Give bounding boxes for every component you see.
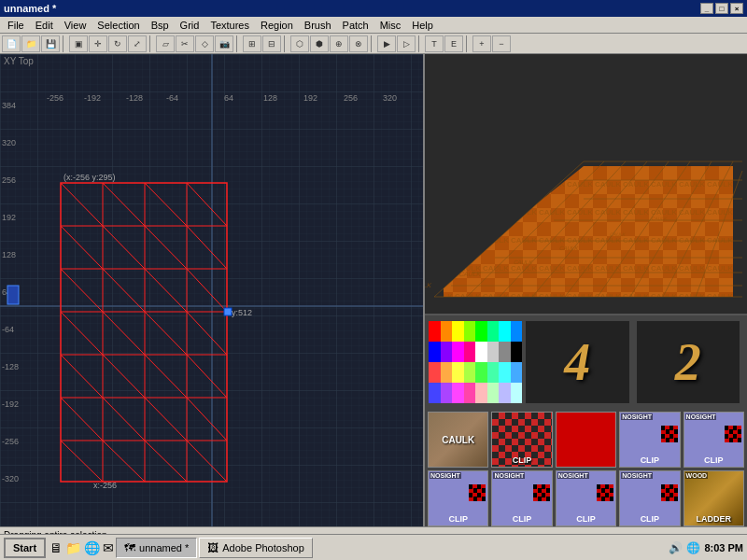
toolbar-btn-brush[interactable]: ▱ [156,35,175,52]
viewport-2d[interactable]: 384 320 256 192 128 64 -64 -128 -192 -25… [0,54,425,526]
texture-solid-red[interactable] [556,412,616,468]
color-cell-22[interactable] [499,362,511,383]
toolbar-btn-grid1[interactable]: ⊞ [243,35,261,52]
toolbar-btn-compile[interactable]: ▶ [377,35,396,52]
color-cell-15[interactable] [511,342,523,362]
menu-item-selection[interactable]: Selection [92,19,145,32]
toolbar-btn-select[interactable]: ▣ [69,35,88,52]
toolbar-btn-hollow[interactable]: ⊗ [349,35,368,52]
toolbar-btn-open[interactable]: 📁 [21,35,40,52]
toolbar-btn-texwnd[interactable]: T [425,35,444,52]
number-4-display: 4 [526,321,629,403]
color-cell-30[interactable] [499,383,511,403]
color-cell-20[interactable] [475,362,487,383]
color-cell-2[interactable] [452,321,464,342]
color-grid[interactable] [429,321,522,403]
toolbar-btn-patch[interactable]: ⬢ [310,35,329,52]
svg-text:CAULK: CAULK [513,259,533,265]
color-cell-31[interactable] [511,383,523,403]
toolbar-btn-zoom-in[interactable]: + [472,35,491,52]
toolbar-btn-move[interactable]: ✛ [89,35,107,52]
texture-nosight-2[interactable]: NOSIGHT CLIP [684,412,744,468]
menu-item-grid[interactable]: Grid [175,19,205,32]
toolbar-btn-zoom-out[interactable]: − [492,35,511,52]
maximize-button[interactable]: □ [715,3,728,14]
color-cell-25[interactable] [441,383,453,403]
color-cell-3[interactable] [464,321,476,342]
menu-item-brush[interactable]: Brush [299,19,337,32]
toolbar-btn-csg[interactable]: ⊕ [330,35,348,52]
texture-wood-ladder[interactable]: WOOD LADDER [684,470,744,526]
color-cell-27[interactable] [464,383,476,403]
color-cell-28[interactable] [475,383,487,403]
svg-text:-128: -128 [126,93,143,103]
svg-rect-63 [224,308,232,315]
toolbar-btn-save[interactable]: 💾 [41,35,60,52]
close-button[interactable]: × [730,3,743,14]
color-cell-17[interactable] [441,362,453,383]
taskbar-app-photoshop[interactable]: 🖼 Adobe Photoshop [199,538,312,558]
color-cell-7[interactable] [511,321,523,342]
color-cell-8[interactable] [429,342,441,362]
color-cell-6[interactable] [499,321,511,342]
toolbar-btn-camera[interactable]: 📷 [215,35,233,52]
svg-text:CAULK: CAULK [651,216,669,221]
color-cell-10[interactable] [452,342,464,362]
texture-nosight-3[interactable]: NOSIGHT CLIP [428,470,488,526]
color-cell-12[interactable] [475,342,487,362]
color-cell-14[interactable] [499,342,511,362]
viewport-3d[interactable]: CAULK [425,54,747,315]
toolbar-btn-new[interactable]: 📄 [2,35,21,52]
menu-item-textures[interactable]: Textures [204,19,255,32]
color-cell-23[interactable] [511,362,523,383]
color-cell-21[interactable] [487,362,500,383]
color-cell-24[interactable] [429,383,441,403]
menu-item-view[interactable]: View [59,19,92,32]
color-cell-29[interactable] [487,383,500,403]
svg-text:-320: -320 [2,474,19,483]
color-cell-26[interactable] [452,383,464,403]
toolbar-btn-entswnd[interactable]: E [444,35,463,52]
toolbar-btn-rotate[interactable]: ↻ [108,35,127,52]
texture-nosight-1[interactable]: NOSIGHT CLIP [619,412,680,468]
toolbar-btn-scale[interactable]: ⤢ [128,35,147,52]
color-cell-0[interactable] [429,321,441,342]
color-cell-18[interactable] [452,362,464,383]
svg-text:-64: -64 [166,93,178,103]
color-cell-1[interactable] [441,321,453,342]
color-cell-16[interactable] [429,362,441,383]
texture-nosight2-badge: NOSIGHT [685,413,717,420]
toolbar-sep-4 [284,35,288,52]
toolbar-btn-grid2[interactable]: ⊟ [262,35,281,52]
title-text: unnamed * [4,3,56,14]
color-cell-5[interactable] [487,321,500,342]
color-cell-19[interactable] [464,362,476,383]
menu-item-help[interactable]: Help [406,19,439,32]
color-cell-13[interactable] [487,342,500,362]
taskbar-app-unnamed[interactable]: 🗺 unnamed * [116,538,197,558]
start-button[interactable]: Start [4,538,46,558]
menu-item-misc[interactable]: Misc [374,19,407,32]
menu-item-bsp[interactable]: Bsp [146,19,175,32]
menu-item-patch[interactable]: Patch [337,19,374,32]
texture-nosight-6[interactable]: NOSIGHT CLIP [619,470,680,526]
taskbar-icon-browser: 🌐 [84,540,100,555]
texture-nosight-4[interactable]: NOSIGHT CLIP [491,470,552,526]
color-cell-11[interactable] [464,342,476,362]
toolbar-sep-6 [418,35,422,52]
menu-item-file[interactable]: File [2,19,30,32]
toolbar-btn-vertex[interactable]: ◇ [195,35,214,52]
taskbar-app-photoshop-icon: 🖼 [207,541,218,554]
texture-nosight-5[interactable]: NOSIGHT CLIP [556,470,616,526]
viewport-2d-label: XY Top [4,56,34,66]
texture-clip-1[interactable]: CLIP [491,412,552,468]
menu-item-edit[interactable]: Edit [30,19,59,32]
texture-caulk[interactable]: CAULK [428,412,488,468]
menu-item-region[interactable]: Region [255,19,299,32]
toolbar-btn-clip[interactable]: ✂ [176,35,194,52]
minimize-button[interactable]: _ [700,3,713,14]
toolbar-btn-run[interactable]: ▷ [397,35,416,52]
toolbar-btn-entity[interactable]: ⬡ [290,35,309,52]
color-cell-4[interactable] [475,321,487,342]
color-cell-9[interactable] [441,342,453,362]
